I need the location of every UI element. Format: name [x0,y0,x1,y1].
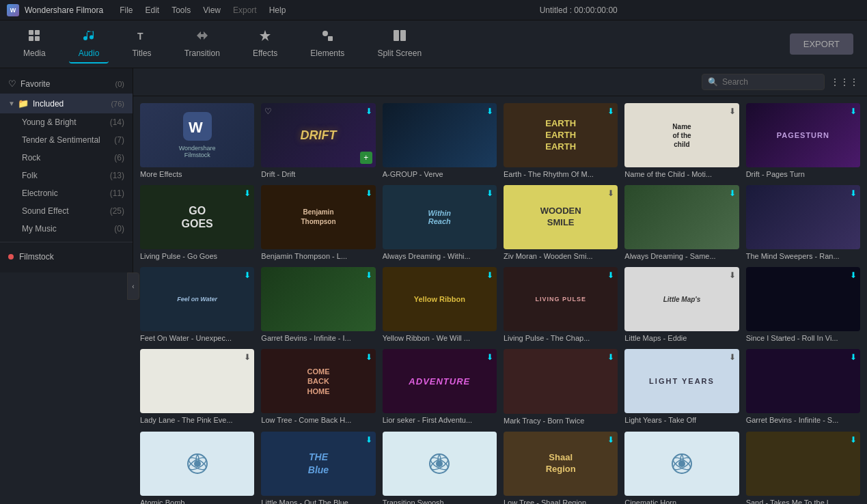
download-badge: ⬇ [607,352,614,362]
menu-edit[interactable]: Edit [140,4,165,16]
grid-item-lowtree2[interactable]: ShaalRegion ⬇ Low Tree - Shaal Region [504,432,618,505]
garret2-label: Garret Bevins - Infinite - S... [746,416,860,424]
svg-text:T: T [137,31,143,42]
grid-item-benjamin[interactable]: BenjaminThompson ⬇ Benjamin Thompson - L… [261,185,375,260]
sidebar-item-rock[interactable]: Rock (6) [0,149,133,167]
toolbar-effects[interactable]: Effects [243,25,287,64]
export-button[interactable]: EXPORT [790,33,853,55]
littlemaps-label: Little Maps - Eddie [624,334,739,342]
agroup-label: A-GROUP - Verve [383,170,497,178]
sidebar-item-tender[interactable]: Tender & Sentimental (7) [0,131,133,149]
grid-item-lowtree[interactable]: COMEBACKHOME ⬇ Low Tree - Come Back H... [261,349,375,424]
toolbar-elements[interactable]: Elements [301,25,354,64]
sidebar-item-my-music[interactable]: My Music (0) [0,220,133,238]
download-badge: ⬇ [850,270,857,280]
grid-item-sand[interactable]: ⬇ Sand - Takes Me To the L... [746,432,860,505]
menu-help[interactable]: Help [264,4,292,16]
samedreaming-label: Always Dreaming - Same... [624,252,739,260]
menu-export[interactable]: Export [228,4,262,16]
grid-item-ladylane[interactable]: ⬇ Lady Lane - The Pink Eve... [140,349,254,424]
toolbar-audio[interactable]: Audio [69,25,109,64]
toolbar-transition[interactable]: Transition [175,25,230,64]
favorite-count: (0) [115,80,124,88]
pages-label: Drift - Pages Turn [746,170,860,178]
grid-item-transitionswoosh[interactable]: Transition Swoosh [383,432,497,505]
grid-item-more-effects[interactable]: W WondershareFilmstock More Effects [140,103,254,178]
grid-view-icon[interactable]: ⋮⋮⋮ [830,76,859,87]
sidebar-item-sound-effect[interactable]: Sound Effect (25) [0,202,133,220]
grid-item-yellow[interactable]: Yellow Ribbon ⬇ Yellow Ribbon - We Will … [383,267,497,342]
grid-item-earth[interactable]: EARTHEARTHEARTH ⬇ Earth - The Rhythm Of … [504,103,618,178]
young-bright-label: Young & Bright [22,117,77,127]
nameofchild-label: Name of the Child - Moti... [624,170,739,178]
grid-item-feet[interactable]: Feel on Water ⬇ Feet On Water - Unexpec.… [140,267,254,342]
included-count: (76) [111,100,124,108]
toolbar-splitscreen-label: Split Screen [377,48,422,58]
svg-rect-3 [35,36,40,41]
grid-item-livingpulse2[interactable]: LIVING PULSE ⬇ Living Pulse - The Chap..… [504,267,618,342]
titles-icon: T [135,29,149,46]
search-bar: 🔍 [702,74,825,90]
menu-tools[interactable]: Tools [166,4,196,16]
toolbar-titles[interactable]: T Titles [122,25,161,64]
grid-item-littlemaps[interactable]: Little Map's ⬇ Little Maps - Eddie [624,267,739,342]
grid-item-marktracy[interactable]: ⬇ Mark Tracy - Born Twice [504,349,618,424]
download-badge: ⬇ [486,188,493,198]
grid-item-wooden[interactable]: WOODENSMILE ⬇ Ziv Moran - Wooden Smi... [504,185,618,260]
grid-item-gogo[interactable]: GOGOES ⬇ Living Pulse - Go Goes [140,185,254,260]
sidebar-item-young-bright[interactable]: Young & Bright (14) [0,113,133,131]
toolbar-splitscreen[interactable]: Split Screen [368,25,431,64]
favorite-label: Favorite [20,79,50,89]
grid-item-lior[interactable]: ADVENTURE ⬇ Lior seker - First Adventu..… [383,349,497,424]
svg-marker-5 [260,30,271,41]
add-badge[interactable]: + [360,152,372,164]
grid-item-garret2[interactable]: ⬇ Garret Bevins - Infinite - S... [746,349,860,424]
grid-item-cinematic[interactable]: Cinematic Horn [624,432,739,505]
garret-label: Garret Bevins - Infinite - I... [261,334,375,342]
sidebar: ♡ Favorite (0) ▼ 📁 Included (76) Young &… [0,68,133,272]
grid-item-nameofchild[interactable]: Nameof thechild ⬇ Name of the Child - Mo… [624,103,739,178]
search-input[interactable] [722,77,818,87]
content-area: 🔍 ⋮⋮⋮ W WondershareFilmstock Mo [133,68,867,504]
download-badge: ⬇ [607,270,614,280]
sidebar-item-included[interactable]: ▼ 📁 Included (76) [0,94,133,113]
menu-file[interactable]: File [114,4,138,16]
toolbar: Media Audio T Titles Transition Effects … [0,20,867,68]
sidebar-item-favorite[interactable]: ♡ Favorite (0) [0,74,133,94]
toolbar-audio-label: Audio [79,48,100,58]
grid-item-within[interactable]: WithinReach ⬇ Always Dreaming - Withi... [383,185,497,260]
transitionswoosh-label: Transition Swoosh [383,499,497,504]
download-badge: ⬇ [607,188,614,198]
grid-item-samedreaming[interactable]: ⬇ Always Dreaming - Same... [624,185,739,260]
sidebar-wrapper: ♡ Favorite (0) ▼ 📁 Included (76) Young &… [0,68,133,504]
grid-item-littlemaps2[interactable]: THEBlue ⬇ Little Maps - Out The Blue [261,432,375,505]
gogo-label: Living Pulse - Go Goes [140,252,254,260]
my-music-label: My Music [22,224,57,234]
grid-item-sincestarted[interactable]: ⬇ Since I Started - Roll In Vi... [746,267,860,342]
included-label: Included [33,99,64,109]
sidebar-item-folk[interactable]: Folk (13) [0,167,133,184]
sidebar-item-filmstock[interactable]: Filmstock [0,247,133,267]
grid-item-agroup[interactable]: ⬇ A-GROUP - Verve [383,103,497,178]
sidebar-collapse-button[interactable]: ‹ [127,272,139,300]
lowtree-label: Low Tree - Come Back H... [261,416,375,424]
transition-icon [195,29,209,46]
media-icon [27,29,41,46]
grid-item-pages[interactable]: PAGESTURN ⬇ Drift - Pages Turn [746,103,860,178]
menu-view[interactable]: View [197,4,226,16]
toolbar-media[interactable]: Media [14,25,55,64]
sidebar-item-electronic[interactable]: Electronic (11) [0,184,133,202]
grid-item-lightyears[interactable]: LIGHT YEARS ⬇ Light Years - Take Off [624,349,739,424]
filmstock-dot [8,254,14,260]
grid-item-minsweepers[interactable]: ⬇ The Mind Sweepers - Ran... [746,185,860,260]
filmstock-label: Filmstock [19,252,54,262]
grid-item-atomic[interactable]: Atomic Bomb [140,432,254,505]
expand-icon: ▼ [8,100,15,107]
svg-rect-9 [400,30,406,41]
grid-item-drift[interactable]: DRIFT ♡ ⬇ + Drift - Drift [261,103,375,178]
grid-item-garret[interactable]: ⬇ Garret Bevins - Infinite - I... [261,267,375,342]
toolbar-transition-label: Transition [184,48,220,58]
toolbar-media-label: Media [23,48,46,58]
heart-icon: ♡ [8,79,16,89]
electronic-label: Electronic [22,188,58,198]
